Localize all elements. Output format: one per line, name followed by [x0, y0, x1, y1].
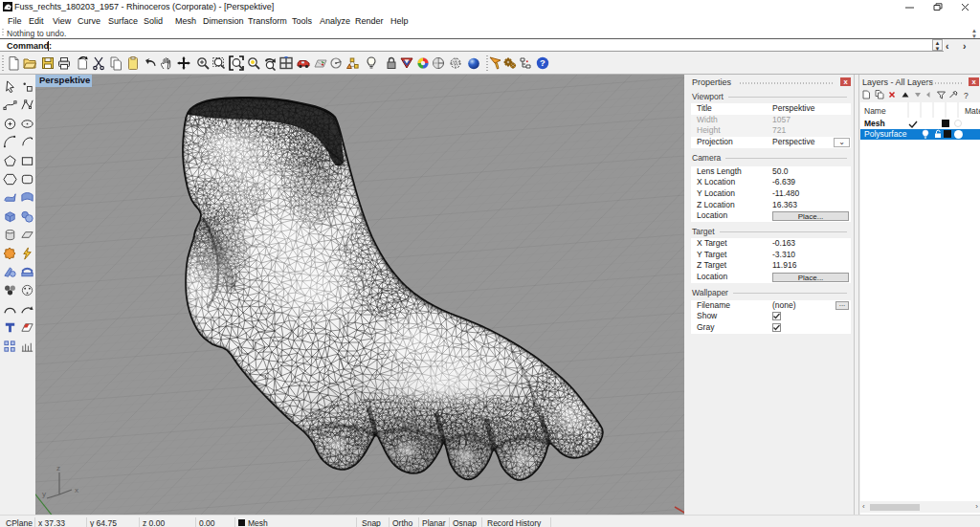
svg-text:y: y [42, 490, 46, 498]
svg-text:z: z [56, 464, 60, 472]
svg-text:x: x [75, 486, 78, 494]
svg-text:?: ? [964, 91, 969, 100]
svg-text:?: ? [540, 57, 546, 68]
